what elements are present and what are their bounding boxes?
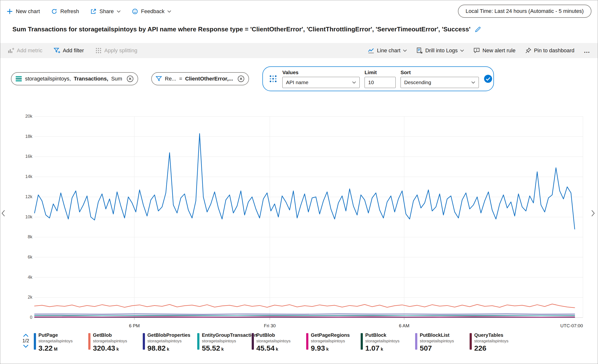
- values-field: Values API name: [282, 70, 360, 88]
- filter-values: ClientOtherError,...: [185, 76, 233, 82]
- legend-value: 320.43: [93, 344, 115, 352]
- legend-item[interactable]: PutBlock storagetailspintoys 1.07 k: [361, 332, 415, 352]
- legend-value: 55.52: [202, 344, 220, 352]
- limit-input[interactable]: [365, 77, 396, 88]
- sort-label: Sort: [401, 70, 479, 75]
- filter-pill[interactable]: Re... = ClientOtherError,...: [151, 72, 249, 85]
- legend-item[interactable]: GetPageRegions storagetailspintoys 9.93 …: [306, 332, 361, 352]
- legend-color-bar: [252, 333, 254, 350]
- share-label: Share: [99, 8, 114, 15]
- chart-pan-left-icon[interactable]: [1, 210, 5, 217]
- legend-item[interactable]: QueryTables storagetailspintoys 226: [470, 332, 524, 352]
- time-range-picker[interactable]: Local Time: Last 24 hours (Automatic - 5…: [458, 5, 591, 18]
- top-toolbar: New chart Refresh Share Feedback: [0, 0, 598, 23]
- remove-metric-icon[interactable]: [126, 75, 134, 82]
- y-axis-label: 20k: [4, 114, 32, 119]
- legend-value-row: 55.52 k: [202, 344, 257, 352]
- metric-scope: storagetailspintoys,: [25, 76, 71, 82]
- sort-select[interactable]: Descending: [401, 77, 479, 88]
- legend-items: PutPage storagetailspintoys 3.22 M GetBl…: [34, 332, 524, 352]
- legend-resource-name: storagetailspintoys: [365, 339, 400, 344]
- legend-item[interactable]: PutBlockList storagetailspintoys 507: [415, 332, 470, 352]
- legend-value: 507: [420, 344, 432, 352]
- y-axis-label: 0: [4, 315, 32, 320]
- remove-filter-icon[interactable]: [237, 75, 245, 82]
- chevron-down-icon: [167, 10, 171, 13]
- legend-value: 3.22: [38, 344, 53, 352]
- apply-splitting-button[interactable]: Apply splitting: [95, 47, 137, 54]
- legend-resource-name: storagetailspintoys: [93, 339, 127, 344]
- y-axis-label: 12k: [4, 194, 32, 199]
- legend-series-name: GetPageRegions: [311, 332, 350, 338]
- command-bar-right: Line chart Drill into Logs New alert rul: [368, 47, 590, 54]
- new-alert-rule-button[interactable]: New alert rule: [473, 47, 516, 54]
- legend-text: GetPageRegions storagetailspintoys 9.93 …: [311, 332, 350, 352]
- add-metric-label: Add metric: [17, 47, 42, 54]
- chevron-down-icon: [352, 81, 356, 84]
- plus-icon: [7, 8, 13, 15]
- drill-into-logs-dropdown[interactable]: Drill into Logs: [416, 47, 464, 54]
- legend-item[interactable]: GetBlobProperties storagetailspintoys 98…: [143, 332, 197, 352]
- refresh-button[interactable]: Refresh: [51, 8, 79, 15]
- pin-to-dashboard-button[interactable]: Pin to dashboard: [525, 47, 574, 54]
- legend-resource-name: storagetailspintoys: [420, 339, 454, 344]
- legend-value: 98.82: [147, 344, 166, 352]
- legend-page-up-icon[interactable]: [23, 334, 28, 337]
- new-chart-button[interactable]: New chart: [7, 8, 40, 15]
- legend-value: 1.07: [365, 344, 379, 352]
- legend-item[interactable]: PutBlob storagetailspintoys 45.54 k: [252, 332, 306, 352]
- time-range-label: Local Time: Last 24 hours (Automatic - 5…: [466, 8, 584, 14]
- drill-into-logs-label: Drill into Logs: [425, 47, 458, 54]
- chart-type-dropdown[interactable]: Line chart: [368, 47, 407, 54]
- sort-field: Sort Descending: [401, 70, 479, 88]
- add-metric-button[interactable]: Add metric: [8, 47, 42, 54]
- new-alert-rule-icon: [473, 47, 480, 54]
- legend-value-row: 507: [420, 344, 454, 352]
- legend-item[interactable]: EntityGroupTransaction storagetailspinto…: [197, 332, 252, 352]
- legend-item[interactable]: PutPage storagetailspintoys 3.22 M: [34, 332, 88, 352]
- legend-color-bar: [415, 333, 417, 350]
- y-axis-label: 8k: [4, 234, 32, 240]
- chart-title: Sum Transactions for storagetailspintoys…: [12, 26, 471, 33]
- legend-color-bar: [470, 333, 472, 350]
- apply-splitting-check-icon[interactable]: [484, 74, 492, 83]
- legend-series-name: GetBlob: [93, 332, 127, 338]
- chevron-down-icon: [403, 49, 407, 52]
- share-button[interactable]: Share: [90, 8, 121, 15]
- feedback-button[interactable]: Feedback: [132, 8, 171, 15]
- legend-resource-name: storagetailspintoys: [202, 339, 257, 344]
- values-select[interactable]: API name: [282, 77, 360, 88]
- filter-property: Re...: [165, 76, 176, 82]
- chart-title-row: Sum Transactions for storagetailspintoys…: [12, 26, 481, 33]
- metric-pill[interactable]: storagetailspintoys, Transactions, Sum: [11, 72, 138, 85]
- feedback-label: Feedback: [141, 8, 165, 15]
- y-axis-label: 6k: [4, 255, 32, 260]
- legend-value-row: 98.82 k: [147, 344, 190, 352]
- legend-page-down-icon[interactable]: [23, 345, 28, 348]
- legend-value-row: 45.54 k: [256, 344, 291, 352]
- x-axis-label: 6 AM: [399, 323, 409, 328]
- timezone-label: UTC-07:00: [560, 323, 583, 328]
- metrics-line-chart: [35, 116, 583, 318]
- legend-unit: k: [221, 347, 224, 352]
- legend-series-name: PutPage: [38, 332, 73, 338]
- metric-aggregation: Sum: [111, 76, 122, 82]
- chart-pan-right-icon[interactable]: [591, 210, 595, 217]
- more-options-button[interactable]: …: [584, 48, 590, 53]
- pin-icon: [525, 47, 532, 54]
- legend-text: QueryTables storagetailspintoys 226: [474, 332, 509, 352]
- legend-color-bar: [143, 333, 145, 350]
- new-alert-rule-label: New alert rule: [482, 47, 516, 54]
- y-axis-label: 10k: [4, 214, 32, 220]
- legend-text: PutBlockList storagetailspintoys 507: [420, 332, 454, 352]
- add-filter-button[interactable]: Add filter: [54, 47, 84, 54]
- legend-unit: k: [276, 347, 278, 352]
- legend-series-name: PutBlockList: [420, 332, 454, 338]
- y-axis-label: 16k: [4, 154, 32, 159]
- sort-selected: Descending: [404, 80, 431, 85]
- legend-color-bar: [34, 333, 36, 350]
- legend-resource-name: storagetailspintoys: [311, 339, 350, 344]
- legend-item[interactable]: GetBlob storagetailspintoys 320.43 k: [88, 332, 143, 352]
- legend-resource-name: storagetailspintoys: [474, 339, 509, 344]
- edit-title-icon[interactable]: [474, 26, 481, 33]
